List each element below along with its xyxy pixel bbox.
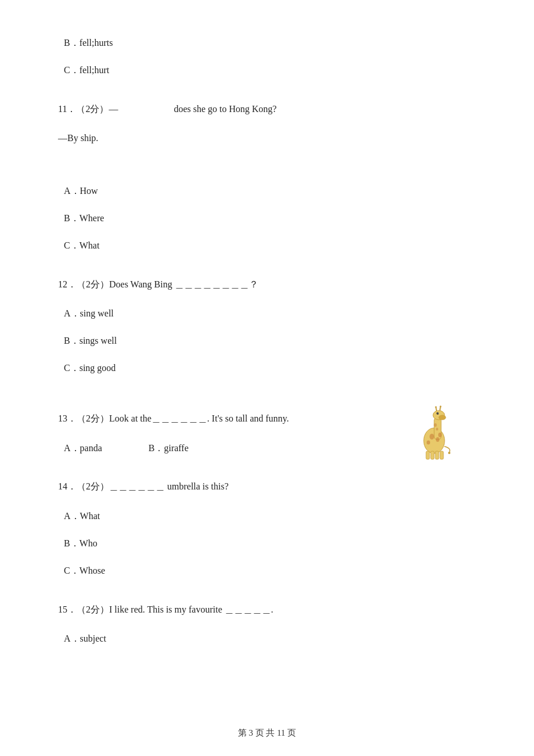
option-q14-a: A．What (58, 508, 476, 525)
svg-point-19 (436, 427, 438, 430)
svg-point-7 (435, 406, 437, 408)
svg-point-14 (430, 434, 434, 440)
question-11: 11．（2分）— does she go to Hong Kong? (58, 101, 476, 118)
giraffe-illustration (412, 405, 459, 462)
svg-rect-10 (426, 451, 430, 459)
svg-point-5 (438, 413, 438, 413)
option-q11-a: A．How (58, 183, 476, 200)
svg-point-9 (440, 405, 442, 407)
svg-point-20 (448, 452, 450, 454)
svg-point-15 (436, 437, 439, 442)
question-11-sub: —By ship. (58, 130, 476, 147)
page-footer: 第 3 页 共 11 页 (58, 728, 476, 739)
question-15: 15．（2分）I like red. This is my favourite … (58, 602, 476, 618)
option-q14-c: C．Whose (58, 563, 476, 579)
svg-rect-13 (440, 451, 443, 459)
svg-point-18 (434, 423, 437, 427)
option-b-fell-hurts: B．fell;hurts (58, 35, 476, 52)
option-q12-b: B．sings well (58, 333, 476, 350)
option-q12-a: A．sing well (58, 305, 476, 322)
option-q13-b: B．giraffe (149, 440, 189, 457)
option-q13-a: A．panda (64, 440, 102, 457)
svg-rect-12 (435, 451, 439, 459)
question-14: 14．（2分）＿＿＿＿＿＿ umbrella is this? (58, 478, 476, 495)
svg-point-4 (436, 412, 439, 415)
option-c-fell-hurt: C．fell;hurt (58, 62, 476, 79)
option-q14-b: B．Who (58, 535, 476, 552)
option-q15-a: A．subject (58, 631, 476, 647)
svg-rect-11 (431, 451, 434, 459)
svg-point-17 (438, 433, 442, 437)
question-12: 12．（2分）Does Wang Bing ＿＿＿＿＿＿＿＿？ (58, 276, 476, 293)
svg-point-3 (439, 415, 446, 420)
option-q12-c: C．sing good (58, 360, 476, 377)
option-q11-b: B．Where (58, 210, 476, 227)
content-area: B．fell;hurts C．fell;hurt 11．（2分）— does s… (58, 35, 476, 647)
svg-point-16 (427, 440, 430, 444)
option-q11-c: C．What (58, 237, 476, 254)
